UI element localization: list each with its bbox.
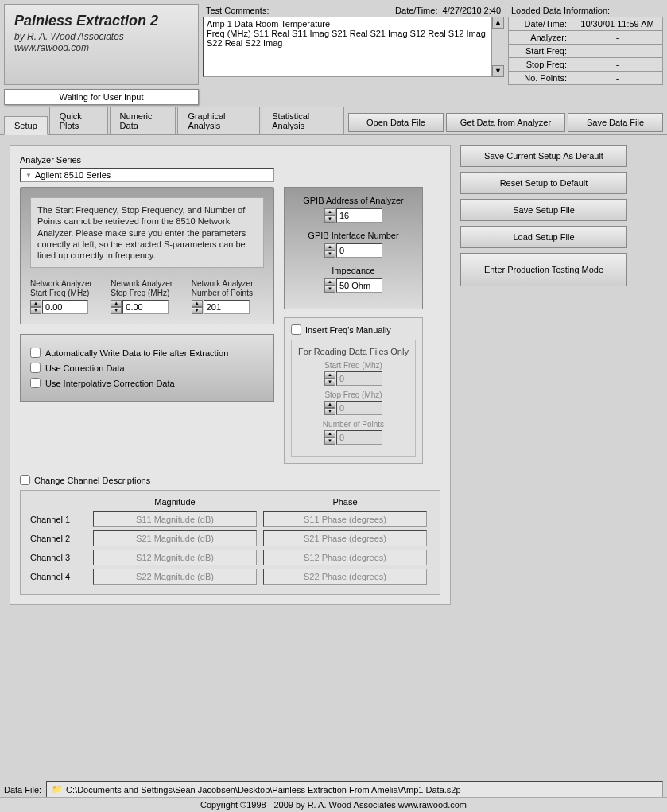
read-points-spinner: ▲▼ [324, 430, 335, 445]
save-data-file-button[interactable]: Save Data File [568, 113, 663, 132]
insert-freq-manually-checkbox[interactable] [291, 324, 301, 335]
scroll-down-icon[interactable]: ▼ [492, 65, 504, 77]
save-setup-file-button[interactable]: Save Setup File [460, 199, 627, 221]
read-stop-freq-label: Stop Freq (Mhz) [298, 390, 409, 399]
gpib-address-spinner[interactable]: ▲▼ [324, 208, 335, 223]
open-data-file-button[interactable]: Open Data File [348, 113, 444, 132]
enter-production-mode-button[interactable]: Enter Production Testing Mode [460, 253, 627, 286]
tab-setup[interactable]: Setup [4, 116, 48, 135]
gpib-address-input[interactable] [336, 208, 382, 223]
insert-freq-manually-label: Insert Freq's Manually [305, 325, 391, 335]
copyright-text: Copyright ©1998 - 2009 by R. A. Wood Ass… [0, 797, 667, 812]
datetime-display: Date/Time: 4/27/2010 2:40 [395, 6, 501, 15]
tab-graphical-analysis[interactable]: Graphical Analysis [177, 107, 260, 134]
impedance-spinner[interactable]: ▲▼ [324, 278, 335, 293]
app-subtitle: by R. A. Wood Associates [14, 31, 188, 42]
tab-quick-plots[interactable]: Quick Plots [49, 107, 108, 134]
channel-3-phase-input[interactable] [263, 550, 427, 565]
channel-row-4: Channel 4 [30, 569, 430, 585]
channel-row-3: Channel 3 [30, 550, 430, 565]
gpib-interface-input[interactable] [336, 243, 382, 258]
channel-row-2: Channel 2 [30, 530, 430, 546]
app-url: www.rawood.com [14, 42, 188, 53]
read-points-label: Number of Points [298, 420, 409, 429]
use-interp-correction-checkbox[interactable] [30, 378, 41, 388]
na-start-freq-input[interactable] [42, 300, 88, 314]
channel-phase-header: Phase [260, 497, 430, 507]
channel-3-mag-input[interactable] [93, 550, 257, 565]
save-setup-default-button[interactable]: Save Current Setup As Default [460, 145, 627, 167]
data-file-label: Data File: [4, 785, 41, 795]
tab-statistical-analysis[interactable]: Statistical Analysis [262, 107, 344, 134]
change-channel-desc-label: Change Channel Descriptions [34, 476, 150, 485]
impedance-label: Impedance [293, 266, 414, 275]
read-start-freq-label: Start Freq (Mhz) [298, 361, 409, 370]
loaded-info-title: Loaded Data Information: [508, 4, 663, 17]
na-stop-freq-spinner[interactable]: ▲▼ [111, 300, 122, 314]
status-box: Waiting for User Input [4, 89, 199, 105]
channel-4-mag-input[interactable] [93, 569, 257, 585]
comments-textarea[interactable] [203, 17, 492, 77]
channel-2-mag-input[interactable] [93, 530, 257, 546]
analyzer-note: The Start Frequency, Stop Frequency, and… [30, 197, 264, 268]
use-correction-label: Use Correction Data [45, 363, 125, 373]
read-stop-freq-input [336, 401, 382, 415]
read-points-input [336, 430, 382, 445]
comments-label: Test Comments: [206, 6, 269, 15]
change-channel-desc-checkbox[interactable] [20, 475, 30, 485]
auto-write-label: Automatically Write Data to File after E… [45, 348, 228, 358]
tab-numeric-data[interactable]: Numeric Data [110, 107, 176, 134]
na-points-label: Network Analyzer Number of Points [192, 279, 264, 298]
auto-write-checkbox[interactable] [30, 348, 41, 358]
gpib-address-label: GPIB Address of Analyzer [293, 196, 414, 205]
read-start-freq-input [336, 371, 382, 386]
load-setup-file-button[interactable]: Load Setup File [460, 226, 627, 248]
use-interp-correction-label: Use Interpolative Correction Data [45, 379, 175, 388]
scroll-up-icon[interactable]: ▲ [492, 17, 504, 29]
gpib-interface-spinner[interactable]: ▲▼ [324, 243, 335, 258]
reset-setup-default-button[interactable]: Reset Setup to Default [460, 172, 627, 194]
impedance-input[interactable] [336, 278, 382, 293]
app-title: Painless Extraction 2 [14, 13, 188, 29]
use-correction-checkbox[interactable] [30, 363, 41, 373]
channel-magnitude-header: Magnitude [90, 497, 260, 507]
read-start-freq-spinner: ▲▼ [324, 371, 335, 386]
na-stop-freq-input[interactable] [122, 300, 169, 314]
chevron-down-icon: ▼ [25, 172, 32, 179]
gpib-interface-label: GPIB Interface Number [293, 231, 414, 240]
na-stop-freq-label: Network Analyzer Stop Freq (MHz) [111, 279, 183, 298]
na-start-freq-spinner[interactable]: ▲▼ [30, 300, 41, 314]
channel-1-phase-input[interactable] [263, 511, 427, 527]
na-start-freq-label: Network Analyzer Start Freq (MHz) [30, 279, 103, 298]
reading-files-title: For Reading Data Files Only [298, 347, 409, 356]
analyzer-series-dropdown[interactable]: ▼ Agilent 8510 Series [20, 168, 274, 182]
channel-row-1: Channel 1 [30, 511, 430, 527]
title-box: Painless Extraction 2 by R. A. Wood Asso… [4, 4, 199, 85]
data-file-path-display[interactable]: 📁 C:\Documents and Settings\Sean Jacobse… [46, 781, 663, 798]
channel-1-mag-input[interactable] [93, 511, 257, 527]
na-points-spinner[interactable]: ▲▼ [192, 300, 203, 314]
na-points-input[interactable] [204, 300, 250, 314]
read-stop-freq-spinner: ▲▼ [324, 401, 335, 415]
loaded-info-table: Date/Time:10/30/01 11:59 AM Analyzer:- S… [508, 17, 663, 85]
channel-4-phase-input[interactable] [263, 569, 427, 585]
analyzer-series-label: Analyzer Series [20, 155, 440, 165]
folder-icon: 📁 [52, 784, 63, 795]
channel-2-phase-input[interactable] [263, 530, 427, 546]
get-data-from-analyzer-button[interactable]: Get Data from Analyzer [446, 113, 565, 132]
